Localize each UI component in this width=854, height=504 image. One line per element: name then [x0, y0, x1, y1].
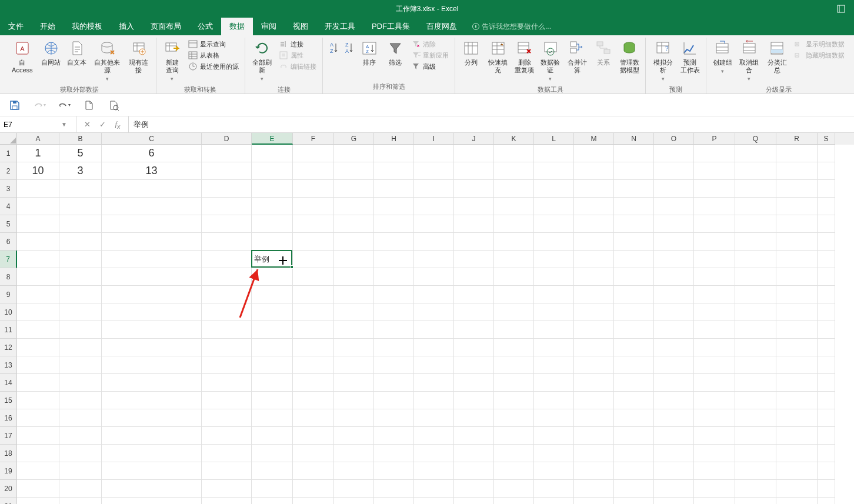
cell-H16[interactable]	[374, 409, 414, 427]
cell-K9[interactable]	[494, 286, 534, 303]
cell-L21[interactable]	[534, 498, 574, 504]
existing-connections-button[interactable]: 现有连接	[125, 38, 152, 75]
cell-S10[interactable]	[818, 303, 835, 321]
cell-J12[interactable]	[454, 339, 494, 356]
ribbon-display-options[interactable]	[828, 0, 854, 18]
cell-K8[interactable]	[494, 268, 534, 286]
cell-J4[interactable]	[454, 198, 494, 215]
row-header-19[interactable]: 19	[0, 462, 17, 480]
cell-F2[interactable]	[293, 162, 334, 180]
cell-I10[interactable]	[414, 303, 454, 321]
cell-O7[interactable]	[654, 251, 694, 268]
cell-H18[interactable]	[374, 445, 414, 462]
cell-S19[interactable]	[818, 462, 835, 480]
ungroup-button[interactable]: 取消组合 ▾	[736, 38, 762, 84]
cell-D6[interactable]	[202, 233, 252, 251]
cell-J13[interactable]	[454, 356, 494, 374]
cell-E6[interactable]	[252, 233, 293, 251]
cell-P14[interactable]	[694, 374, 735, 392]
cell-K5[interactable]	[494, 215, 534, 233]
filter-button[interactable]: 筛选	[383, 38, 408, 68]
cell-H15[interactable]	[374, 392, 414, 409]
cell-H3[interactable]	[374, 180, 414, 198]
cell-Q19[interactable]	[735, 462, 776, 480]
cell-C16[interactable]	[102, 409, 202, 427]
cell-P16[interactable]	[694, 409, 735, 427]
cell-O13[interactable]	[654, 356, 694, 374]
cell-R20[interactable]	[776, 480, 818, 498]
cell-O14[interactable]	[654, 374, 694, 392]
cell-A11[interactable]	[17, 321, 59, 339]
cell-O17[interactable]	[654, 427, 694, 445]
cell-L7[interactable]	[534, 251, 574, 268]
cell-F15[interactable]	[293, 392, 334, 409]
cell-Q11[interactable]	[735, 321, 776, 339]
cell-C11[interactable]	[102, 321, 202, 339]
tab-插入[interactable]: 插入	[111, 18, 142, 35]
row-header-17[interactable]: 17	[0, 427, 17, 445]
cell-J14[interactable]	[454, 374, 494, 392]
cell-P6[interactable]	[694, 233, 735, 251]
save-button[interactable]	[8, 99, 21, 112]
cell-B21[interactable]	[59, 498, 102, 504]
cell-Q6[interactable]	[735, 233, 776, 251]
col-header-B[interactable]: B	[59, 133, 102, 145]
cell-J18[interactable]	[454, 445, 494, 462]
cell-P8[interactable]	[694, 268, 735, 286]
cell-R18[interactable]	[776, 445, 818, 462]
cell-E9[interactable]	[252, 286, 293, 303]
cell-C6[interactable]	[102, 233, 202, 251]
cell-G20[interactable]	[334, 480, 374, 498]
cell-E16[interactable]	[252, 409, 293, 427]
cell-P19[interactable]	[694, 462, 735, 480]
cell-I5[interactable]	[414, 215, 454, 233]
cell-A2[interactable]: 10	[17, 162, 59, 180]
cell-P13[interactable]	[694, 356, 735, 374]
cell-D16[interactable]	[202, 409, 252, 427]
cell-J5[interactable]	[454, 215, 494, 233]
cell-E5[interactable]	[252, 215, 293, 233]
cell-C13[interactable]	[102, 356, 202, 374]
cell-S6[interactable]	[818, 233, 835, 251]
row-header-12[interactable]: 12	[0, 339, 17, 356]
cell-I12[interactable]	[414, 339, 454, 356]
cell-I17[interactable]	[414, 427, 454, 445]
cell-N17[interactable]	[614, 427, 654, 445]
cell-B10[interactable]	[59, 303, 102, 321]
cell-J7[interactable]	[454, 251, 494, 268]
cell-D7[interactable]	[202, 251, 252, 268]
cell-J8[interactable]	[454, 268, 494, 286]
cell-S15[interactable]	[818, 392, 835, 409]
row-header-6[interactable]: 6	[0, 233, 17, 251]
cell-S21[interactable]	[818, 498, 835, 504]
cell-O19[interactable]	[654, 462, 694, 480]
cell-G11[interactable]	[334, 321, 374, 339]
cell-M1[interactable]	[574, 145, 614, 162]
row-header-20[interactable]: 20	[0, 480, 17, 498]
cell-S2[interactable]	[818, 162, 835, 180]
cell-O2[interactable]	[654, 162, 694, 180]
tab-我的模板[interactable]: 我的模板	[64, 18, 111, 35]
cell-F10[interactable]	[293, 303, 334, 321]
cell-B4[interactable]	[59, 198, 102, 215]
col-header-K[interactable]: K	[494, 133, 534, 145]
cell-H1[interactable]	[374, 145, 414, 162]
cell-F13[interactable]	[293, 356, 334, 374]
col-header-G[interactable]: G	[334, 133, 374, 145]
cell-I21[interactable]	[414, 498, 454, 504]
cell-N2[interactable]	[614, 162, 654, 180]
cell-M10[interactable]	[574, 303, 614, 321]
cell-J3[interactable]	[454, 180, 494, 198]
cell-Q4[interactable]	[735, 198, 776, 215]
column-headers[interactable]: ABCDEFGHIJKLMNOPQRS	[17, 133, 854, 145]
cell-M7[interactable]	[574, 251, 614, 268]
consolidate-button[interactable]: 合并计算	[564, 38, 591, 75]
manage-data-model-button[interactable]: 管理数 据模型	[617, 38, 642, 75]
cell-N8[interactable]	[614, 268, 654, 286]
col-header-M[interactable]: M	[574, 133, 614, 145]
redo-button[interactable]: ▾	[33, 99, 46, 112]
cell-J20[interactable]	[454, 480, 494, 498]
cell-M21[interactable]	[574, 498, 614, 504]
cell-P9[interactable]	[694, 286, 735, 303]
cell-R2[interactable]	[776, 162, 818, 180]
